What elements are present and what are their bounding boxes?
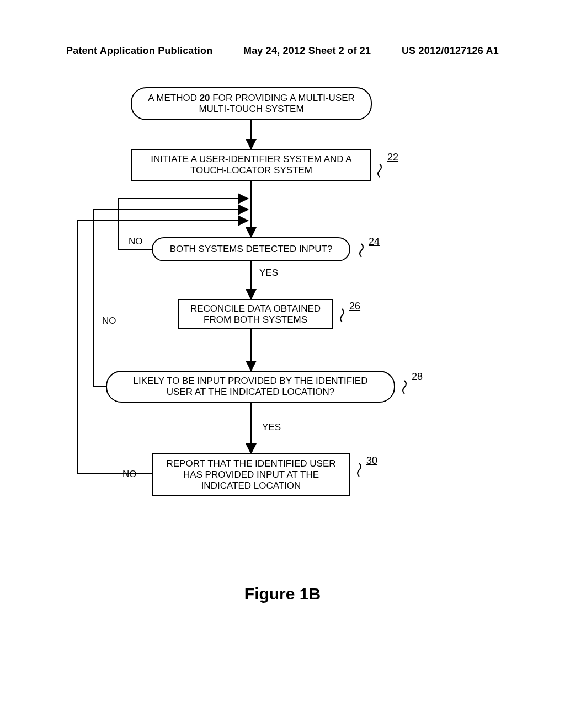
- start-text: A METHOD 20 FOR PROVIDING A MULTI-USER M…: [148, 93, 355, 115]
- node-28-text: LIKELY TO BE INPUT PROVIDED BY THE IDENT…: [134, 376, 368, 398]
- header-divider: [63, 60, 505, 60]
- node-24: BOTH SYSTEMS DETECTED INPUT?: [152, 237, 350, 261]
- ref-30: 30: [366, 455, 377, 467]
- start-prefix: A METHOD: [148, 93, 200, 103]
- header-left: Patent Application Publication: [66, 45, 212, 57]
- header-center: May 24, 2012 Sheet 2 of 21: [243, 45, 371, 57]
- start-node: A METHOD 20 FOR PROVIDING A MULTI-USER M…: [131, 87, 372, 120]
- node-30-text: REPORT THAT THE IDENTIFIED USER HAS PROV…: [167, 458, 336, 491]
- node-26-text: RECONCILE DATA OBTAINED FROM BOTH SYSTEM…: [190, 303, 321, 325]
- node-30-line1: REPORT THAT THE IDENTIFIED USER: [167, 458, 336, 469]
- node-30-line3: INDICATED LOCATION: [201, 480, 301, 491]
- node-22-line1: INITIATE A USER-IDENTIFIER SYSTEM AND A: [151, 154, 351, 164]
- ref-28: 28: [412, 371, 423, 383]
- figure-caption: Figure 1B: [0, 585, 565, 603]
- node-28-line1: LIKELY TO BE INPUT PROVIDED BY THE IDENT…: [134, 376, 368, 386]
- ref-24: 24: [369, 236, 380, 248]
- ref-22: 22: [387, 152, 398, 163]
- label-no-24: NO: [129, 236, 143, 247]
- start-suffix: FOR PROVIDING A MULTI-USER: [210, 93, 355, 103]
- node-26-line2: FROM BOTH SYSTEMS: [204, 314, 307, 325]
- label-yes-28: YES: [262, 422, 281, 433]
- label-no-30: NO: [122, 469, 137, 480]
- node-24-line1: BOTH SYSTEMS DETECTED INPUT?: [170, 244, 333, 255]
- start-line2: MULTI-TOUCH SYSTEM: [199, 104, 303, 114]
- ref-26: 26: [349, 301, 360, 312]
- start-bold-num: 20: [200, 93, 210, 103]
- node-30: REPORT THAT THE IDENTIFIED USER HAS PROV…: [152, 453, 350, 496]
- node-26: RECONCILE DATA OBTAINED FROM BOTH SYSTEM…: [178, 299, 333, 329]
- node-28: LIKELY TO BE INPUT PROVIDED BY THE IDENT…: [106, 371, 395, 403]
- label-yes-24: YES: [259, 267, 278, 279]
- flowchart: A METHOD 20 FOR PROVIDING A MULTI-USER M…: [0, 77, 565, 574]
- node-22-text: INITIATE A USER-IDENTIFIER SYSTEM AND A …: [151, 154, 351, 176]
- header-right: US 2012/0127126 A1: [402, 45, 499, 57]
- label-no-28: NO: [102, 315, 116, 326]
- node-28-line2: USER AT THE INDICATED LOCATION?: [167, 387, 334, 397]
- node-22-line2: TOUCH-LOCATOR SYSTEM: [190, 165, 312, 175]
- node-22: INITIATE A USER-IDENTIFIER SYSTEM AND A …: [131, 149, 371, 181]
- node-26-line1: RECONCILE DATA OBTAINED: [190, 303, 321, 314]
- node-30-line2: HAS PROVIDED INPUT AT THE: [183, 469, 319, 480]
- page-header: Patent Application Publication May 24, 2…: [0, 45, 565, 57]
